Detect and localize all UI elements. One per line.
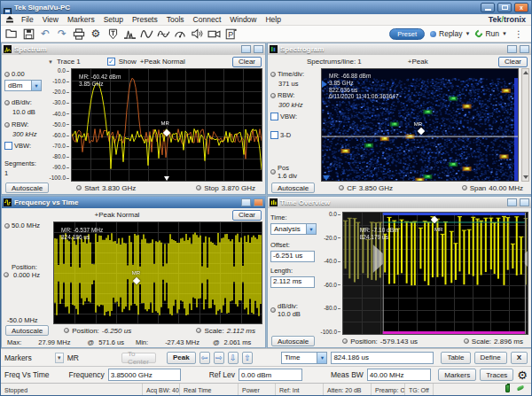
trigger-icon[interactable] [105, 27, 121, 42]
spectrogram-bottom-marker-icon[interactable] [323, 175, 330, 181]
clear-button[interactable]: Clear [232, 210, 262, 221]
autoscale-button[interactable]: Autoscale [271, 336, 315, 346]
time-overview-titlebar[interactable]: Time Overview [268, 197, 531, 208]
peak-button[interactable]: Peak [167, 352, 196, 364]
menu-item[interactable]: Help [261, 15, 285, 24]
spinner-knob[interactable] [342, 338, 348, 344]
show-checkbox[interactable]: ✓ [107, 58, 115, 66]
maximize-button[interactable] [497, 3, 512, 12]
menu-item[interactable]: File [17, 15, 38, 24]
clear-button[interactable]: Clear [498, 57, 528, 67]
clear-button[interactable]: Clear [232, 57, 262, 67]
menu-item[interactable]: Connect [189, 15, 226, 24]
panel-maximize-button[interactable] [520, 198, 529, 206]
span-value[interactable]: 40.00 MHz [489, 184, 523, 192]
spectrum-plot[interactable]: MR: -60.42 dBm 3.85 GHz MR [71, 68, 262, 182]
next-peak-right-button[interactable]: ⇨ [214, 352, 224, 364]
window-titlebar[interactable]: Tek SignalVu-PC x [1, 1, 531, 14]
table-button[interactable]: Table [441, 352, 470, 364]
panel-minimize-button[interactable] [241, 198, 251, 206]
close-markers-button[interactable]: X [511, 352, 528, 364]
marker-select-dropdown[interactable]: ▼ [55, 353, 64, 363]
scroll-down-icon[interactable] [523, 175, 528, 179]
minimize-button[interactable] [481, 3, 495, 12]
spinner-knob[interactable] [64, 328, 69, 333]
length-input[interactable]: 2.112 ms [270, 276, 315, 288]
trace-dropdown-icon[interactable]: ▼ [48, 59, 53, 65]
panel-restore-button[interactable] [507, 45, 517, 53]
panel-restore-button[interactable] [241, 45, 251, 53]
menu-item[interactable]: Presets [128, 15, 162, 24]
cf-value[interactable]: 3.850 GHz [359, 184, 393, 192]
save-icon[interactable] [20, 27, 36, 42]
offset-input[interactable]: -6.251 us [270, 251, 315, 262]
meas-bw-input[interactable] [367, 369, 431, 381]
spinner-knob[interactable] [464, 338, 469, 344]
spinner-knob[interactable] [4, 272, 9, 277]
traces-toolbar-button[interactable]: Traces [480, 369, 513, 381]
pulse-trace-display-icon[interactable] [155, 27, 171, 42]
vbw-checkbox[interactable] [4, 142, 12, 150]
spinner-knob[interactable] [270, 169, 276, 175]
spinner-knob[interactable] [4, 100, 10, 105]
3d-checkbox[interactable] [270, 131, 278, 139]
spectrogram-plot[interactable]: MR: -66.88 dBm 3.85 GHz 822.036 us 6/11/… [321, 68, 519, 182]
undo-icon[interactable]: ↶ [37, 27, 53, 42]
camera-icon[interactable] [206, 27, 222, 42]
time-overview-plot[interactable]: MR: -7.10 dBm 824.179 us MR [342, 212, 528, 335]
preset-button[interactable]: Preset [389, 28, 425, 40]
autoscale-button[interactable]: Autoscale [271, 182, 315, 193]
demod-display-icon[interactable] [172, 27, 188, 42]
frequency-input[interactable] [108, 369, 181, 381]
position-value[interactable]: 0.000 Hz [4, 271, 40, 279]
unit-dropdown[interactable]: dBm▼ [4, 80, 42, 91]
spinner-knob[interactable] [4, 72, 10, 77]
scale-value[interactable]: 2.896 ms [494, 338, 523, 346]
spinner-knob[interactable] [270, 307, 276, 313]
menu-item[interactable]: Tools [162, 15, 189, 24]
waveform-display-icon[interactable] [138, 27, 154, 42]
ref-level-value[interactable]: 0.00 [12, 70, 25, 78]
settings-gear-icon[interactable]: ⚙ [517, 369, 528, 381]
spinner-knob[interactable] [339, 185, 344, 190]
spinner-knob[interactable] [270, 93, 276, 98]
spinner-knob[interactable] [76, 185, 82, 190]
higher-peak-button[interactable]: ⇧ [242, 352, 253, 364]
define-button[interactable]: Define [474, 352, 507, 364]
marker-properties-icon[interactable]: P [223, 27, 239, 42]
start-value[interactable]: 3.830 GHz [102, 184, 136, 192]
open-file-icon[interactable] [4, 27, 20, 42]
run-button[interactable]: Run▼ [475, 29, 507, 38]
position-value[interactable]: -579.143 us [380, 338, 418, 346]
print-icon[interactable] [71, 27, 87, 42]
lower-peak-button[interactable]: ⇩ [228, 352, 239, 364]
autoscale-button[interactable]: Autoscale [5, 182, 49, 193]
spinner-knob[interactable] [462, 185, 467, 190]
audio-icon[interactable] [189, 27, 205, 42]
menu-item[interactable]: Setup [99, 15, 128, 24]
trace-selector[interactable]: Trace 1 [57, 58, 81, 66]
panel-maximize-button[interactable] [520, 45, 529, 53]
spinner-knob[interactable] [4, 122, 10, 128]
spinner-knob[interactable] [196, 328, 201, 333]
more-options-icon[interactable]: ⋮ [512, 29, 525, 39]
spectrogram-titlebar[interactable]: Spectrogram [268, 43, 531, 55]
spectrums-per-line[interactable]: Spectrums/line: 1 [307, 58, 362, 66]
freq-vs-time-titlebar[interactable]: Frequency vs Time [2, 197, 265, 208]
redo-icon[interactable]: ↷ [54, 27, 70, 42]
time-div-value[interactable]: 371 us [270, 80, 319, 88]
scale-value[interactable]: 2.112 ms [227, 327, 255, 335]
marker-domain-dropdown[interactable]: Time▼ [281, 352, 327, 364]
prev-peak-left-button[interactable]: ⇦ [200, 352, 210, 364]
spinner-knob[interactable] [270, 72, 276, 77]
position-value[interactable]: -6.250 us [102, 327, 131, 335]
pos-value[interactable]: 1.6 div [278, 172, 297, 180]
spectrogram-scrollbar[interactable] [521, 68, 529, 182]
stop-value[interactable]: 3.870 GHz [222, 184, 255, 192]
spinner-knob[interactable] [4, 223, 10, 229]
to-center-button[interactable]: To Center [121, 353, 156, 363]
scroll-up-icon[interactable] [523, 71, 528, 74]
panel-maximize-button[interactable] [254, 45, 263, 53]
menu-item[interactable]: Markers [63, 15, 99, 24]
panel-restore-button[interactable] [507, 198, 517, 206]
